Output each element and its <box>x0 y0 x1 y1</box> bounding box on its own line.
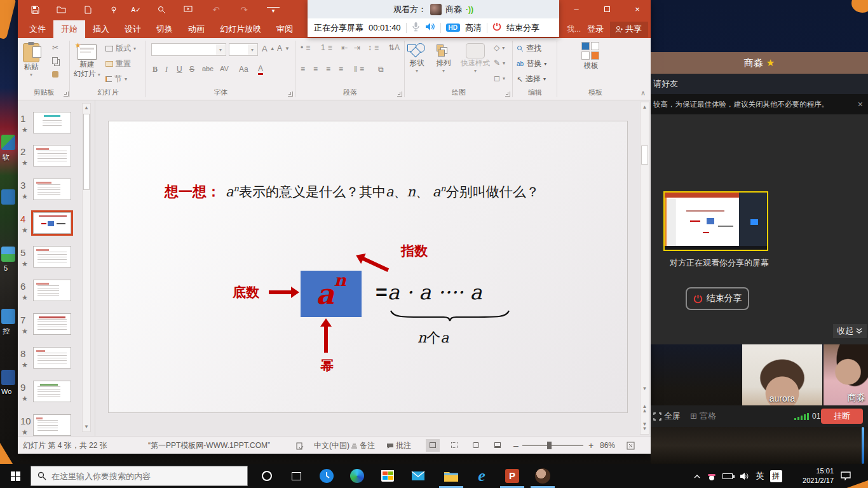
justify-button[interactable]: ≡ <box>339 65 343 74</box>
thumbnail-scrollbar[interactable]: ▲ ▼ <box>82 103 91 432</box>
end-share-power-icon[interactable] <box>492 22 501 33</box>
slide-thumbnail-7[interactable] <box>33 313 71 335</box>
new-document-icon[interactable] <box>81 4 94 16</box>
cortana-button[interactable] <box>253 464 281 488</box>
desktop-icon-book[interactable] <box>1 189 15 205</box>
shape-effects-button[interactable]: ◻▾ <box>494 74 505 83</box>
shape-fill-button[interactable]: ◇▾ <box>494 43 505 52</box>
replace-button[interactable]: ab替换▾ <box>517 58 546 69</box>
participant-video-shangmiao[interactable]: 商淼 <box>824 344 868 405</box>
paragraph-dialog-launcher[interactable] <box>397 92 402 97</box>
scroll-up-icon[interactable]: ▲ <box>83 104 90 112</box>
login-button[interactable]: 登录 <box>587 24 604 35</box>
zoom-slider[interactable] <box>522 445 583 446</box>
strikethrough-button[interactable]: S <box>189 65 194 74</box>
edge-button[interactable] <box>343 464 371 488</box>
desktop-icon-shield[interactable] <box>1 135 15 150</box>
spellcheck-icon[interactable]: A✓ <box>130 4 142 16</box>
share-button[interactable]: 共享 <box>610 22 648 37</box>
font-size-select[interactable]: ▾ <box>229 43 258 56</box>
mail-button[interactable] <box>404 464 432 488</box>
customize-qat-icon[interactable]: ▾ <box>267 7 280 15</box>
slide-thumbnail-4-selected[interactable] <box>33 212 71 234</box>
previous-slide-button[interactable]: ▲▲ <box>641 403 649 412</box>
clipboard-dialog-launcher[interactable] <box>64 92 69 97</box>
microphone-icon[interactable] <box>412 22 420 34</box>
hangup-button[interactable]: 挂断 <box>821 409 863 424</box>
desktop-icon-panel[interactable] <box>1 309 15 324</box>
paste-button[interactable]: 粘贴 ▾ <box>23 43 39 78</box>
line-spacing-button[interactable]: ↕≡ <box>368 43 379 52</box>
open-folder-icon[interactable] <box>55 4 67 16</box>
dismiss-notice-icon[interactable]: × <box>858 94 863 114</box>
tab-design[interactable]: 设计 <box>117 20 149 38</box>
select-button[interactable]: ↖选择▾ <box>517 74 546 85</box>
spellcheck-status-icon[interactable] <box>296 437 304 454</box>
desktop-icon-word[interactable] <box>1 370 15 385</box>
search-input[interactable] <box>51 471 229 481</box>
tab-transitions[interactable]: 切换 <box>149 20 180 38</box>
template-button[interactable]: 模板 <box>581 42 600 71</box>
meeting-app-button[interactable] <box>529 464 557 488</box>
clock-app-button[interactable] <box>313 464 341 488</box>
undo-icon[interactable]: ↶ <box>210 4 222 16</box>
slideshow-from-start-icon[interactable] <box>182 4 194 16</box>
cut-button[interactable]: ✂ <box>52 43 58 52</box>
slide-thumbnail-5[interactable] <box>33 246 71 268</box>
notes-button[interactable]: 备注 <box>351 437 375 454</box>
new-slide-button[interactable]: ★ 新建 幻灯片 ▾ <box>74 44 100 79</box>
slide-thumbnail-9[interactable] <box>33 381 71 402</box>
shape-outline-button[interactable]: ✎▾ <box>494 58 505 67</box>
scroll-up-icon[interactable]: ▲ <box>641 102 649 112</box>
drawing-dialog-launcher[interactable] <box>505 92 510 97</box>
internet-explorer-button[interactable]: e <box>468 464 496 488</box>
align-left-button[interactable]: ≡ <box>301 65 305 74</box>
tab-insert[interactable]: 插入 <box>85 20 117 38</box>
start-button[interactable] <box>0 464 31 488</box>
scrollbar-thumb[interactable] <box>83 114 90 190</box>
normal-view-button[interactable] <box>426 439 440 452</box>
slide-sorter-view-button[interactable] <box>447 439 461 452</box>
end-share-button[interactable]: 结束分享 <box>506 22 539 34</box>
tab-file[interactable]: 文件 <box>22 20 53 38</box>
slide-thumbnail-2[interactable] <box>33 145 71 166</box>
align-center-button[interactable]: ≡ <box>313 65 318 74</box>
increase-indent-button[interactable]: ⇥ <box>354 43 360 52</box>
format-painter-button[interactable] <box>52 71 58 78</box>
maximize-button[interactable] <box>601 4 613 15</box>
section-button[interactable]: 节▾ <box>105 74 127 85</box>
grid-view-button[interactable]: ⊞宫格 <box>690 405 716 427</box>
comments-button[interactable]: 批注 <box>386 437 411 454</box>
layout-button[interactable]: 版式▾ <box>105 43 136 54</box>
slide-canvas[interactable]: 想一想：an表示的意义是什么？其中a、n、 an分别叫做什么？ an 底数 指数… <box>108 121 628 413</box>
shared-screen-preview[interactable] <box>663 191 768 251</box>
tab-animations[interactable]: 动画 <box>180 20 212 38</box>
fullscreen-button[interactable]: 全屏 <box>653 405 681 427</box>
end-share-sidebar-button[interactable]: 结束分享 <box>686 287 749 310</box>
editor-scrollbar[interactable]: ▲ ▼ ▲▲ ▼▼ <box>640 102 649 435</box>
collapse-ribbon-button[interactable]: ∧ <box>641 89 646 97</box>
tray-clock[interactable]: 15:01 2021/2/17 <box>803 466 834 485</box>
participant-video-aurora[interactable]: aurora <box>742 344 822 405</box>
scroll-down-icon[interactable]: ▼ <box>83 423 90 431</box>
tray-volume-icon[interactable] <box>736 464 752 488</box>
action-center-button[interactable] <box>836 464 855 488</box>
language-status[interactable]: 中文(中国) <box>314 437 349 454</box>
zoom-out-button[interactable]: – <box>513 437 519 454</box>
redo-icon[interactable]: ↷ <box>238 4 250 16</box>
tray-qq-icon[interactable] <box>704 464 719 488</box>
print-preview-icon[interactable] <box>155 4 168 16</box>
zoom-level[interactable]: 86% <box>600 437 615 454</box>
slide-thumbnail-10[interactable] <box>33 414 71 436</box>
reading-view-button[interactable] <box>469 439 483 452</box>
copy-button[interactable] <box>52 57 58 64</box>
hd-quality-button[interactable]: 高清 <box>465 22 482 34</box>
change-case-button[interactable]: Aa <box>239 65 248 74</box>
tray-chevron-up[interactable] <box>690 464 704 488</box>
numbering-button[interactable]: 1≡ <box>321 43 332 52</box>
grow-font-button[interactable]: A▲ <box>262 44 275 53</box>
quick-styles-button[interactable]: 快速样式 ▾ <box>461 43 490 74</box>
taskbar-search-box[interactable] <box>31 466 248 486</box>
tellme-label[interactable]: 我... <box>567 24 581 35</box>
slide-thumbnail-1[interactable] <box>33 112 71 133</box>
